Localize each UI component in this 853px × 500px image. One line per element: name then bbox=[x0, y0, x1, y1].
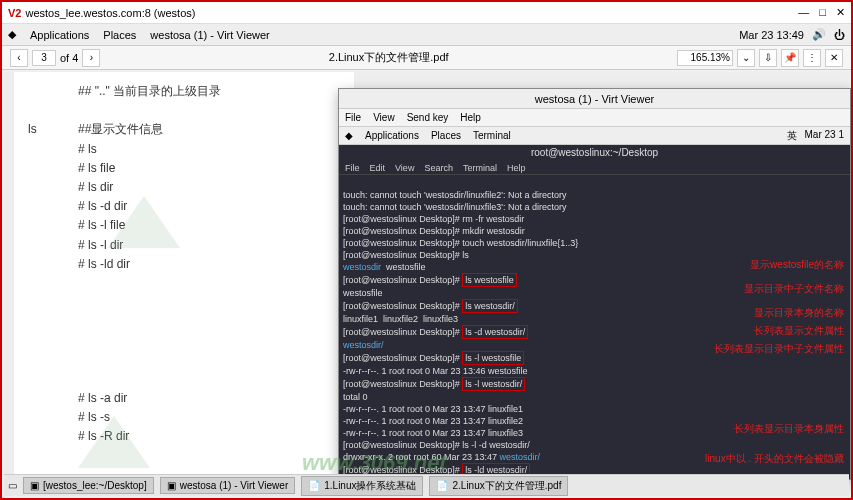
minimize-button[interactable]: — bbox=[798, 6, 809, 19]
next-page-button[interactable]: › bbox=[82, 49, 100, 67]
term-menu-file[interactable]: File bbox=[345, 163, 360, 173]
prev-page-button[interactable]: ‹ bbox=[10, 49, 28, 67]
watermark-url: www.3069.net bbox=[302, 450, 447, 476]
app-icon: V2 bbox=[8, 7, 21, 19]
pdf-page: ## ".." 当前目录的上级目录 ls##显示文件信息 # ls # ls f… bbox=[14, 72, 354, 474]
watermark-icon bbox=[104, 192, 184, 258]
hl-ls-d: ls -d westosdir/ bbox=[462, 325, 528, 339]
menu-app[interactable]: westosa (1) - Virt Viewer bbox=[150, 29, 269, 41]
term-menu-view[interactable]: View bbox=[395, 163, 414, 173]
annotation: linux中以 . 开头的文件会被隐藏 bbox=[705, 453, 844, 465]
vv-menubar: File View Send key Help bbox=[339, 109, 850, 127]
task-pdf1[interactable]: 📄1.Linux操作系统基础 bbox=[301, 476, 423, 496]
task-terminal[interactable]: ▣[westos_lee:~/Desktop] bbox=[23, 477, 154, 494]
svg-marker-1 bbox=[78, 416, 150, 468]
tab-close-icon[interactable]: ✕ bbox=[825, 49, 843, 67]
page-of: of 4 bbox=[60, 52, 78, 64]
window-title: westos_lee.westos.com:8 (westos) bbox=[25, 7, 195, 19]
annotation: 长列表显示文件属性 bbox=[754, 325, 844, 337]
vv-title: westosa (1) - Virt Viewer bbox=[339, 89, 850, 109]
term-menu-help[interactable]: Help bbox=[507, 163, 526, 173]
task-virtviewer[interactable]: ▣westosa (1) - Virt Viewer bbox=[160, 477, 296, 494]
inner-ime[interactable]: 英 bbox=[787, 129, 797, 143]
annotation: 显示westosfile的名称 bbox=[750, 259, 844, 271]
maximize-button[interactable]: □ bbox=[819, 6, 826, 19]
pdf-toolbar: ‹ of 4 › 2.Linux下的文件管理.pdf ⌄ ⇩ 📌 ⋮ ✕ bbox=[2, 46, 851, 70]
show-desktop-icon[interactable]: ▭ bbox=[8, 480, 17, 491]
inner-menu-places[interactable]: Places bbox=[431, 130, 461, 141]
term-menu-terminal[interactable]: Terminal bbox=[463, 163, 497, 173]
menu-applications[interactable]: Applications bbox=[30, 29, 89, 41]
vv-menu-file[interactable]: File bbox=[345, 112, 361, 123]
term-menu-search[interactable]: Search bbox=[424, 163, 453, 173]
outer-title-bar: V2 westos_lee.westos.com:8 (westos) — □ … bbox=[2, 2, 851, 24]
pin-icon[interactable]: 📌 bbox=[781, 49, 799, 67]
svg-marker-0 bbox=[108, 196, 180, 248]
save-icon[interactable]: ⇩ bbox=[759, 49, 777, 67]
annotation: 长列表显示目录本身属性 bbox=[734, 423, 844, 435]
inner-menu-terminal[interactable]: Terminal bbox=[473, 130, 511, 141]
terminal-body[interactable]: touch: cannot touch 'westosdir/linuxfile… bbox=[339, 175, 850, 479]
terminal-title: root@westoslinux:~/Desktop bbox=[339, 145, 850, 161]
task-pdf2[interactable]: 📄2.Linux下的文件管理.pdf bbox=[429, 476, 568, 496]
vv-menu-help[interactable]: Help bbox=[460, 112, 481, 123]
doc-filename: 2.Linux下的文件管理.pdf bbox=[106, 50, 671, 65]
hl-ls-dir: ls westosdir/ bbox=[462, 299, 518, 313]
virt-viewer-window[interactable]: westosa (1) - Virt Viewer File View Send… bbox=[338, 88, 851, 480]
hl-ls-file: ls westosfile bbox=[462, 273, 517, 287]
terminal-menubar: File Edit View Search Terminal Help bbox=[339, 161, 850, 175]
sound-icon[interactable]: 🔊 bbox=[812, 28, 826, 41]
term-menu-edit[interactable]: Edit bbox=[370, 163, 386, 173]
apple-icon[interactable]: ◆ bbox=[8, 28, 16, 41]
page-input[interactable] bbox=[32, 50, 56, 66]
hl-ls-l-file: ls -l westosfile bbox=[462, 351, 524, 365]
annotation: 显示目录中子文件名称 bbox=[744, 283, 844, 295]
inner-activities-icon[interactable]: ◆ bbox=[345, 130, 353, 141]
watermark-icon bbox=[74, 412, 154, 474]
zoom-input[interactable] bbox=[677, 50, 733, 66]
annotation: 长列表显示目录中子文件属性 bbox=[714, 343, 844, 355]
vv-menu-view[interactable]: View bbox=[373, 112, 395, 123]
more-icon[interactable]: ⋮ bbox=[803, 49, 821, 67]
inner-menu-apps[interactable]: Applications bbox=[365, 130, 419, 141]
close-button[interactable]: ✕ bbox=[836, 6, 845, 19]
menu-places[interactable]: Places bbox=[103, 29, 136, 41]
zoom-dropdown[interactable]: ⌄ bbox=[737, 49, 755, 67]
annotation: 显示目录本身的名称 bbox=[754, 307, 844, 319]
power-icon[interactable]: ⏻ bbox=[834, 29, 845, 41]
vv-menu-sendkey[interactable]: Send key bbox=[407, 112, 449, 123]
taskbar: ▭ ▣[westos_lee:~/Desktop] ▣westosa (1) -… bbox=[4, 474, 849, 496]
status-date: Mar 23 13:49 bbox=[739, 29, 804, 41]
inner-desktop-bar: ◆ Applications Places Terminal 英 Mar 23 … bbox=[339, 127, 850, 145]
inner-date: Mar 23 1 bbox=[805, 129, 844, 143]
hl-ls-l-dir: ls -l westosdir/ bbox=[462, 377, 525, 391]
desktop-menubar: ◆ Applications Places westosa (1) - Virt… bbox=[2, 24, 851, 46]
